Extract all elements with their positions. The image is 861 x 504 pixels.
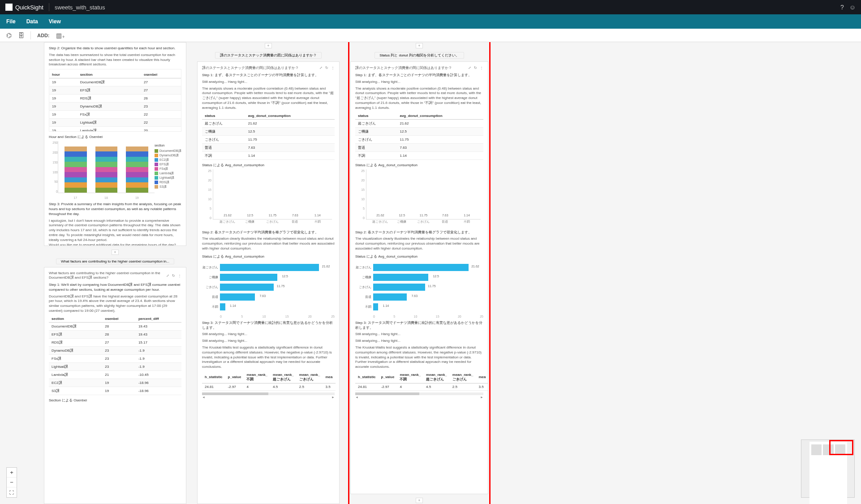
hierarchy-icon[interactable]: ⌬ [6, 32, 12, 39]
database-icon[interactable]: 🗄 [18, 32, 24, 39]
quicksight-logo-icon [5, 4, 13, 11]
help-icon[interactable]: ? [840, 4, 844, 11]
app-header: QuickSight sweets_with_status ? ☺ [0, 0, 861, 14]
toolbar: ⌬ 🗄 ADD: ▥₊ [0, 29, 861, 42]
add-label: ADD: [37, 33, 50, 38]
menubar: File Data View [0, 14, 861, 29]
menu-file[interactable]: File [6, 18, 16, 25]
app-logo: QuickSight [5, 4, 43, 11]
add-visual-icon[interactable]: ▥₊ [56, 32, 65, 39]
menu-view[interactable]: View [49, 18, 61, 25]
separator [30, 31, 31, 39]
document-title: sweets_with_status [55, 4, 105, 11]
app-name: QuickSight [15, 4, 43, 11]
user-icon[interactable]: ☺ [849, 4, 856, 11]
menu-data[interactable]: Data [26, 18, 38, 25]
divider [49, 3, 49, 11]
